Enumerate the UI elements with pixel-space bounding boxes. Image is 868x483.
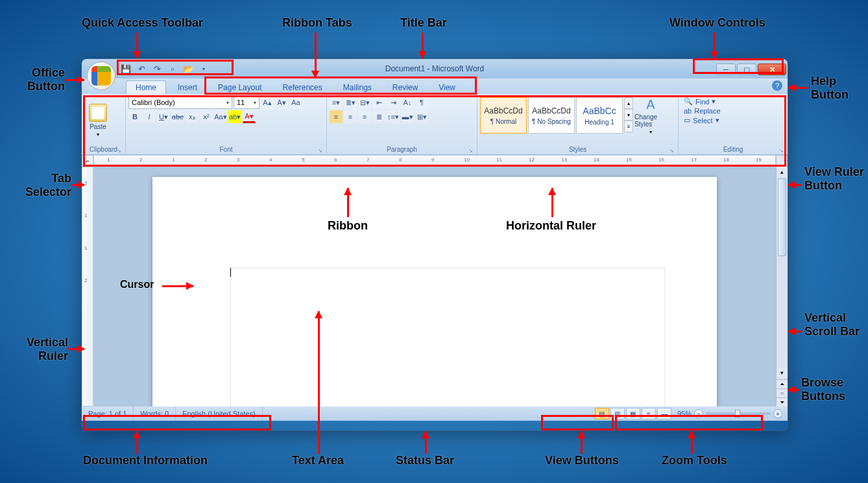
annotation-cursor: Cursor [120, 279, 154, 290]
arrow [315, 32, 317, 78]
strike-icon[interactable]: abe [171, 110, 184, 123]
tab-selector[interactable]: ⌐ [82, 155, 93, 167]
annotation-status-bar: Status Bar [396, 454, 454, 467]
maximize-button[interactable]: ▢ [737, 64, 756, 75]
styles-gallery-more[interactable]: ▴▾≡ [624, 97, 633, 132]
zoom-value[interactable]: 95% [677, 410, 692, 418]
tab-insert[interactable]: Insert [169, 81, 206, 94]
arrow [581, 431, 583, 454]
arrow [136, 431, 138, 454]
qat-customize-icon[interactable]: ▾ [199, 64, 209, 74]
arrow [714, 32, 716, 58]
view-web-icon[interactable]: ▦ [626, 408, 640, 419]
open-icon[interactable]: 📂 [183, 64, 193, 74]
highlight-icon[interactable]: ab▾ [228, 110, 241, 123]
help-button[interactable]: ? [772, 80, 782, 91]
multilevel-icon[interactable]: ⊟▾ [358, 96, 371, 109]
redo-icon[interactable]: ↷ [152, 64, 162, 74]
style-no-spacing[interactable]: AaBbCcDd ¶ No Spacing [528, 97, 575, 134]
clear-format-icon[interactable]: Aa [289, 96, 302, 109]
superscript-icon[interactable]: x² [200, 110, 213, 123]
subscript-icon[interactable]: x₂ [186, 110, 199, 123]
horizontal-ruler[interactable]: 1212345678910111213141516171819 [93, 155, 776, 167]
change-case-icon[interactable]: Aa▾ [214, 110, 227, 123]
style-normal[interactable]: AaBbCcDd ¶ Normal [480, 97, 527, 134]
borders-icon[interactable]: ⊞▾ [415, 110, 428, 123]
window-controls: ─ ▢ ✕ [716, 62, 788, 75]
group-label-styles: Styles [480, 145, 675, 154]
undo-icon[interactable]: ↶ [136, 64, 147, 74]
annotation-zoom-tools: Zoom Tools [662, 454, 727, 467]
align-center-icon[interactable]: ≡ [344, 110, 357, 123]
bullets-icon[interactable]: ≡▾ [330, 96, 343, 109]
tab-home[interactable]: Home [126, 80, 166, 94]
close-button[interactable]: ✕ [758, 64, 786, 75]
shrink-font-icon[interactable]: A▾ [275, 96, 288, 109]
style-heading1[interactable]: AaBbCc Heading 1 [576, 97, 623, 134]
minimize-button[interactable]: ─ [716, 64, 736, 75]
select-button[interactable]: ▭Select ▾ [684, 116, 782, 124]
vertical-ruler[interactable]: 2112 [82, 167, 93, 406]
show-marks-icon[interactable]: ¶ [415, 96, 428, 109]
browse-next-icon[interactable]: ⏷ [777, 397, 788, 406]
scroll-up-icon[interactable]: ▴ [777, 167, 788, 177]
status-bar: Page: 1 of 1 Words: 0 English (United St… [82, 406, 788, 421]
justify-icon[interactable]: ≣ [372, 110, 385, 123]
zoom-slider-handle[interactable] [735, 410, 740, 418]
replace-button[interactable]: abReplace [684, 107, 782, 115]
new-icon[interactable]: ▫ [167, 64, 178, 74]
zoom-in-icon[interactable]: + [773, 409, 782, 418]
status-language[interactable]: English (United States) [176, 406, 263, 421]
font-color-icon[interactable]: A▾ [243, 110, 256, 123]
vertical-scrollbar[interactable]: ▴ ▾ ⏶ ○ ⏷ [776, 167, 788, 406]
view-draft-icon[interactable]: ▬ [657, 408, 671, 419]
tab-references[interactable]: References [273, 81, 331, 94]
underline-icon[interactable]: U▾ [157, 110, 170, 123]
align-left-icon[interactable]: ≡ [330, 110, 343, 123]
grow-font-icon[interactable]: A▴ [261, 96, 274, 109]
bold-icon[interactable]: B [128, 110, 141, 123]
annotation-title-bar: Title Bar [400, 16, 447, 30]
annotation-doc-info: Document Information [83, 454, 208, 467]
ruler-row: ⌐ 1212345678910111213141516171819 [82, 155, 788, 167]
shading-icon[interactable]: ▬▾ [401, 110, 414, 123]
decrease-indent-icon[interactable]: ⇤ [372, 96, 385, 109]
font-name-combo[interactable]: Calibri (Body)▾ [128, 96, 232, 109]
find-button[interactable]: 🔍Find ▾ [684, 97, 782, 106]
zoom-out-icon[interactable]: − [694, 409, 703, 418]
tab-view[interactable]: View [429, 81, 464, 94]
italic-icon[interactable]: I [143, 110, 156, 123]
align-right-icon[interactable]: ≡ [358, 110, 371, 123]
sort-icon[interactable]: A↓ [401, 96, 414, 109]
view-outline-icon[interactable]: ≡ [642, 408, 656, 419]
zoom-slider[interactable] [706, 412, 771, 415]
tab-mailings[interactable]: Mailings [334, 81, 381, 94]
page[interactable] [152, 177, 717, 406]
view-ruler-button[interactable] [776, 155, 788, 167]
scroll-thumb[interactable] [778, 178, 786, 256]
browse-object-icon[interactable]: ○ [777, 388, 788, 397]
view-fullscreen-icon[interactable]: ▥ [610, 408, 625, 419]
tab-review[interactable]: Review [383, 81, 427, 94]
increase-indent-icon[interactable]: ⇥ [387, 96, 400, 109]
browse-prev-icon[interactable]: ⏶ [777, 379, 788, 388]
status-words[interactable]: Words: 0 [134, 406, 176, 421]
line-spacing-icon[interactable]: ↕≡▾ [387, 110, 400, 123]
annotation-ribbon-tabs: Ribbon Tabs [282, 16, 352, 30]
arrow [788, 87, 808, 89]
paste-button[interactable]: Paste ▾ [84, 96, 112, 145]
view-print-layout-icon[interactable]: ▤ [595, 408, 609, 419]
change-styles-button[interactable]: A Change Styles ▾ [634, 97, 667, 135]
office-button[interactable] [87, 62, 115, 90]
annotation-view-ruler: View Ruler Button [804, 165, 868, 193]
tab-page-layout[interactable]: Page Layout [209, 81, 271, 94]
arrow [422, 32, 424, 58]
scroll-down-icon[interactable]: ▾ [777, 368, 788, 378]
save-icon[interactable]: 💾 [121, 64, 131, 74]
word-window: 💾 ↶ ↷ ▫ 📂 ▾ Document1 - Microsoft Word ─… [81, 58, 788, 431]
annotation-office-button: Office Button [19, 66, 65, 93]
numbering-icon[interactable]: ≣▾ [344, 96, 357, 109]
group-paragraph: ≡▾ ≣▾ ⊟▾ ⇤ ⇥ A↓ ¶ ≡ ≡ ≡ ≣ ↕≡▾ ▬▾ ⊞▾ [327, 94, 477, 154]
font-size-combo[interactable]: 11▾ [234, 96, 259, 109]
status-page[interactable]: Page: 1 of 1 [82, 406, 134, 421]
